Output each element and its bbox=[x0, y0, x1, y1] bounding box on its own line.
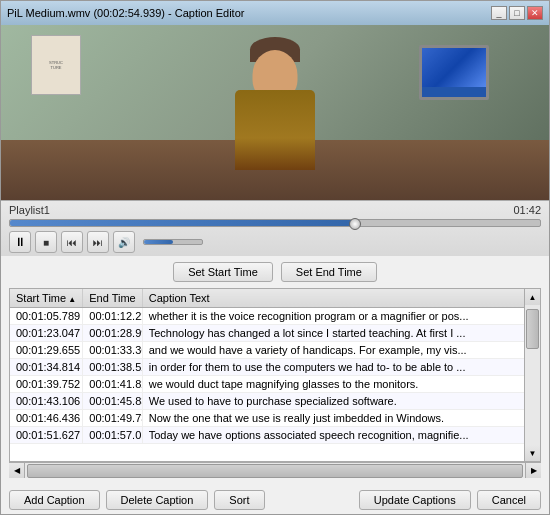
stop-button[interactable]: ■ bbox=[35, 231, 57, 253]
bottom-buttons: Add Caption Delete Caption Sort Update C… bbox=[1, 484, 549, 514]
pause-button[interactable]: ⏸ bbox=[9, 231, 31, 253]
cell-start-time: 00:01:43.106 bbox=[10, 393, 83, 410]
seek-bar[interactable] bbox=[9, 219, 541, 227]
table-row[interactable]: 00:01:43.10600:01:45.835We used to have … bbox=[10, 393, 540, 410]
cell-end-time: 00:01:33.365 bbox=[83, 342, 142, 359]
main-window: PiL Medium.wmv (00:02:54.939) - Caption … bbox=[0, 0, 550, 515]
video-bg-poster: STRUC TURE bbox=[31, 35, 81, 95]
minimize-button[interactable]: _ bbox=[491, 6, 507, 20]
scroll-down-arrow[interactable]: ▼ bbox=[525, 445, 540, 461]
sort-button[interactable]: Sort bbox=[214, 490, 264, 510]
cell-end-time: 00:01:12.226 bbox=[83, 308, 142, 325]
cell-caption-text: Today we have options associated speech … bbox=[142, 427, 539, 444]
cell-end-time: 00:01:49.731 bbox=[83, 410, 142, 427]
caption-table-container: Start Time End Time Caption Text 00:01:0… bbox=[9, 288, 541, 462]
col-header-caption[interactable]: Caption Text bbox=[142, 289, 539, 308]
vertical-scrollbar[interactable]: ▲ ▼ bbox=[524, 289, 540, 461]
cell-start-time: 00:01:23.047 bbox=[10, 325, 83, 342]
table-row[interactable]: 00:01:05.78900:01:12.226whether it is th… bbox=[10, 308, 540, 325]
table-row[interactable]: 00:01:23.04700:01:28.991Technology has c… bbox=[10, 325, 540, 342]
cell-start-time: 00:01:46.436 bbox=[10, 410, 83, 427]
set-start-time-button[interactable]: Set Start Time bbox=[173, 262, 273, 282]
set-end-time-button[interactable]: Set End Time bbox=[281, 262, 377, 282]
cell-caption-text: we would duct tape magnifying glasses to… bbox=[142, 376, 539, 393]
caption-editor: Set Start Time Set End Time Start Time E… bbox=[1, 256, 549, 484]
cell-end-time: 00:01:45.835 bbox=[83, 393, 142, 410]
volume-slider[interactable] bbox=[143, 239, 203, 245]
title-bar: PiL Medium.wmv (00:02:54.939) - Caption … bbox=[1, 1, 549, 25]
person-body bbox=[235, 90, 315, 170]
volume-button[interactable]: 🔊 bbox=[113, 231, 135, 253]
update-captions-button[interactable]: Update Captions bbox=[359, 490, 471, 510]
playlist-row: Playlist1 01:42 bbox=[9, 204, 541, 216]
cell-start-time: 00:01:39.752 bbox=[10, 376, 83, 393]
maximize-button[interactable]: □ bbox=[509, 6, 525, 20]
cell-caption-text: Now the one that we use is really just i… bbox=[142, 410, 539, 427]
col-header-end-time[interactable]: End Time bbox=[83, 289, 142, 308]
scroll-up-arrow[interactable]: ▲ bbox=[525, 289, 540, 305]
delete-caption-button[interactable]: Delete Caption bbox=[106, 490, 209, 510]
caption-table: Start Time End Time Caption Text 00:01:0… bbox=[10, 289, 540, 444]
set-time-row: Set Start Time Set End Time bbox=[9, 262, 541, 282]
video-bg-monitor bbox=[419, 45, 489, 100]
cell-caption-text: and we would have a variety of handicaps… bbox=[142, 342, 539, 359]
cell-end-time: 00:01:38.524 bbox=[83, 359, 142, 376]
cell-end-time: 00:01:57.019 bbox=[83, 427, 142, 444]
caption-rows: 00:01:05.78900:01:12.226whether it is th… bbox=[10, 308, 540, 444]
cell-caption-text: We used to have to purchase specialized … bbox=[142, 393, 539, 410]
scroll-left-arrow[interactable]: ◀ bbox=[9, 463, 25, 478]
window-controls: _ □ ✕ bbox=[491, 6, 543, 20]
cell-caption-text: whether it is the voice recognition prog… bbox=[142, 308, 539, 325]
scroll-thumb[interactable] bbox=[526, 309, 539, 349]
playback-controls: ⏸ ■ ⏮ ⏭ 🔊 bbox=[9, 231, 541, 253]
table-header: Start Time End Time Caption Text bbox=[10, 289, 540, 308]
cell-start-time: 00:01:29.655 bbox=[10, 342, 83, 359]
table-row[interactable]: 00:01:29.65500:01:33.365and we would hav… bbox=[10, 342, 540, 359]
col-header-start-time[interactable]: Start Time bbox=[10, 289, 83, 308]
scroll-right-arrow[interactable]: ▶ bbox=[525, 463, 541, 478]
time-display: 01:42 bbox=[513, 204, 541, 216]
bottom-left-buttons: Add Caption Delete Caption Sort bbox=[9, 490, 265, 510]
cell-start-time: 00:01:51.627 bbox=[10, 427, 83, 444]
table-row[interactable]: 00:01:39.75200:01:41.826we would duct ta… bbox=[10, 376, 540, 393]
cell-end-time: 00:01:41.826 bbox=[83, 376, 142, 393]
scroll-h-thumb[interactable] bbox=[27, 464, 523, 478]
bottom-right-buttons: Update Captions Cancel bbox=[359, 490, 541, 510]
cell-end-time: 00:01:28.991 bbox=[83, 325, 142, 342]
table-row[interactable]: 00:01:46.43600:01:49.731Now the one that… bbox=[10, 410, 540, 427]
controls-bar: Playlist1 01:42 ⏸ ■ ⏮ ⏭ 🔊 bbox=[1, 200, 549, 256]
playlist-label: Playlist1 bbox=[9, 204, 50, 216]
video-scene: STRUC TURE bbox=[1, 25, 549, 200]
cell-caption-text: Technology has changed a lot since I sta… bbox=[142, 325, 539, 342]
close-button[interactable]: ✕ bbox=[527, 6, 543, 20]
video-panel: STRUC TURE bbox=[1, 25, 549, 200]
volume-fill bbox=[144, 240, 173, 244]
video-bg-monitor-screen bbox=[422, 48, 486, 87]
seek-bar-fill bbox=[10, 220, 355, 226]
table-row[interactable]: 00:01:34.81400:01:38.524in order for the… bbox=[10, 359, 540, 376]
seek-bar-thumb[interactable] bbox=[349, 218, 361, 230]
window-title: PiL Medium.wmv (00:02:54.939) - Caption … bbox=[7, 7, 244, 19]
video-person bbox=[230, 50, 320, 170]
add-caption-button[interactable]: Add Caption bbox=[9, 490, 100, 510]
cell-start-time: 00:01:34.814 bbox=[10, 359, 83, 376]
cell-caption-text: in order for them to use the computers w… bbox=[142, 359, 539, 376]
prev-button[interactable]: ⏮ bbox=[61, 231, 83, 253]
table-row[interactable]: 00:01:51.62700:01:57.019Today we have op… bbox=[10, 427, 540, 444]
cancel-button[interactable]: Cancel bbox=[477, 490, 541, 510]
cell-start-time: 00:01:05.789 bbox=[10, 308, 83, 325]
next-button[interactable]: ⏭ bbox=[87, 231, 109, 253]
horizontal-scrollbar[interactable]: ◀ ▶ bbox=[9, 462, 541, 478]
